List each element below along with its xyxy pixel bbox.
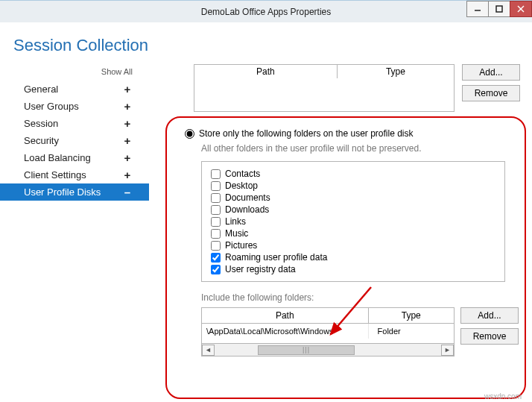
folder-checkbox-desktop[interactable]: Desktop: [211, 180, 495, 192]
nav-label: Session: [24, 118, 58, 129]
include-col-path[interactable]: Path: [202, 308, 368, 324]
nav-label: User Profile Disks: [24, 186, 101, 198]
checkbox[interactable]: [211, 253, 221, 263]
checkbox[interactable]: [211, 205, 221, 215]
folder-checkbox-user-registry-data[interactable]: User registry data: [211, 263, 495, 275]
checkbox[interactable]: [211, 193, 221, 203]
exclude-buttons: Add... Remove: [462, 64, 520, 101]
nav-label: Security: [24, 135, 59, 146]
include-folders-table: Path Type \AppData\Local\Microsoft\Windo…: [201, 307, 455, 357]
checkbox-label: User registry data: [225, 264, 296, 274]
folder-checklist: ContactsDesktopDocumentsDownloadsLinksMu…: [201, 161, 505, 282]
nav-label: Load Balancing: [24, 152, 91, 163]
checkbox-label: Pictures: [225, 240, 257, 251]
folder-checkbox-contacts[interactable]: Contacts: [211, 168, 495, 180]
checkbox-label: Downloads: [225, 204, 269, 215]
expand-icon: +: [122, 83, 133, 95]
page-title: Session Collection: [0, 36, 149, 67]
expand-icon: +: [122, 100, 133, 113]
include-row[interactable]: \AppData\Local\Microsoft\Windows Folder: [202, 324, 454, 339]
maximize-button[interactable]: [488, 1, 510, 17]
checkbox[interactable]: [211, 229, 221, 239]
close-button[interactable]: [510, 1, 532, 17]
exclude-folders-table: Path Type: [194, 64, 455, 112]
checkbox[interactable]: [211, 181, 221, 191]
nav-item-client-settings[interactable]: Client Settings+: [0, 166, 149, 183]
include-row-path: \AppData\Local\Microsoft\Windows: [202, 324, 368, 339]
horizontal-scrollbar[interactable]: ◄ ||| ►: [202, 343, 454, 356]
store-only-note: All other folders in the user profile wi…: [201, 143, 520, 154]
title-bar: DemoLab Office Apps Properties: [0, 0, 532, 22]
checkbox-label: Roaming user profile data: [225, 252, 327, 263]
include-row-type: Folder: [368, 324, 454, 339]
watermark: wsxdn.com: [484, 392, 522, 401]
expand-icon: –: [122, 186, 133, 198]
checkbox-label: Contacts: [225, 169, 260, 179]
store-only-label: Store only the following folders on the …: [199, 128, 414, 139]
checkbox-label: Links: [225, 216, 246, 227]
checkbox-label: Documents: [225, 192, 270, 203]
nav-item-general[interactable]: General+: [0, 81, 149, 98]
include-remove-button[interactable]: Remove: [460, 328, 519, 345]
folder-checkbox-downloads[interactable]: Downloads: [211, 204, 495, 216]
include-folders-label: Include the following folders:: [201, 292, 520, 303]
window-title: DemoLab Office Apps Properties: [201, 7, 332, 17]
folder-checkbox-music[interactable]: Music: [211, 227, 495, 239]
checkbox[interactable]: [211, 241, 221, 251]
svg-rect-1: [496, 6, 502, 12]
expand-icon: +: [122, 169, 133, 181]
checkbox[interactable]: [211, 265, 221, 274]
folder-checkbox-pictures[interactable]: Pictures: [211, 239, 495, 251]
checkbox-label: Desktop: [225, 180, 258, 191]
expand-icon: +: [122, 134, 133, 147]
store-only-radio[interactable]: [185, 129, 194, 139]
folder-checkbox-links[interactable]: Links: [211, 216, 495, 227]
nav-item-user-groups[interactable]: User Groups+: [0, 98, 149, 115]
folder-checkbox-roaming-user-profile-data[interactable]: Roaming user profile data: [211, 251, 495, 263]
nav-label: User Groups: [24, 101, 79, 112]
include-col-type[interactable]: Type: [368, 308, 454, 324]
include-buttons: Add... Remove: [460, 307, 519, 357]
nav-item-user-profile-disks[interactable]: User Profile Disks–: [0, 183, 149, 201]
checkbox-label: Music: [225, 228, 248, 239]
scroll-right-button[interactable]: ►: [441, 345, 454, 356]
exclude-remove-button[interactable]: Remove: [462, 85, 520, 101]
nav-item-session[interactable]: Session+: [0, 115, 149, 132]
include-add-button[interactable]: Add...: [460, 307, 519, 324]
checkbox[interactable]: [211, 169, 221, 179]
column-header-path[interactable]: Path: [194, 65, 337, 78]
expand-icon: +: [122, 117, 133, 130]
store-only-radio-row[interactable]: Store only the following folders on the …: [185, 128, 520, 139]
minimize-button[interactable]: [466, 1, 489, 17]
scroll-left-button[interactable]: ◄: [202, 345, 215, 356]
exclude-table-body[interactable]: [194, 78, 454, 111]
nav-label: Client Settings: [24, 169, 86, 180]
sidebar: Session Collection Show All General+User…: [0, 22, 149, 402]
column-header-type[interactable]: Type: [337, 65, 454, 78]
exclude-add-button[interactable]: Add...: [462, 64, 520, 81]
checkbox[interactable]: [211, 217, 221, 227]
nav-label: General: [24, 84, 58, 95]
scroll-thumb[interactable]: |||: [258, 345, 355, 355]
folder-checkbox-documents[interactable]: Documents: [211, 192, 495, 204]
nav-item-security[interactable]: Security+: [0, 132, 149, 149]
window-controls: [467, 1, 532, 17]
nav-item-load-balancing[interactable]: Load Balancing+: [0, 149, 149, 166]
show-all-link[interactable]: Show All: [0, 67, 149, 81]
expand-icon: +: [122, 151, 133, 164]
